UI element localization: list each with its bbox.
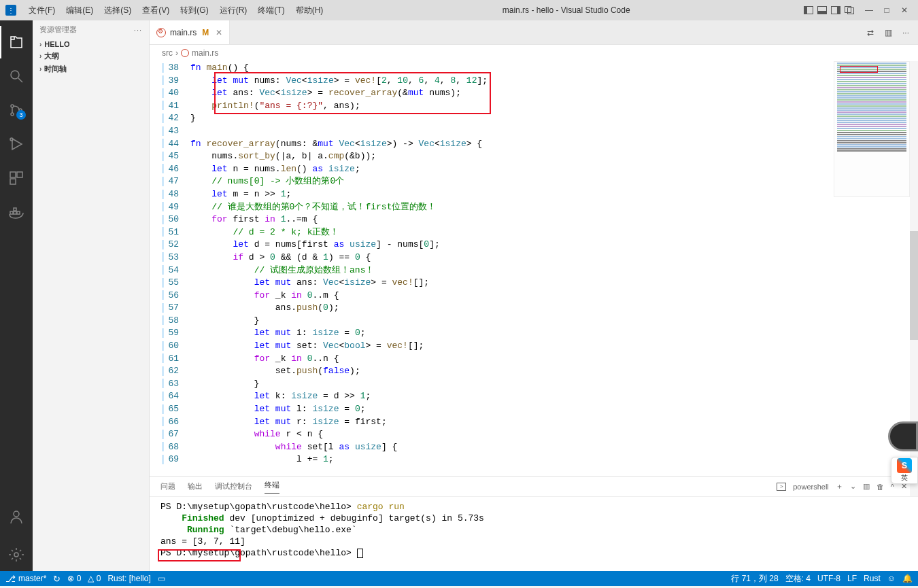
svg-rect-6: [17, 172, 22, 177]
code-editor[interactable]: 3839404142434445464748495051525354555657…: [150, 61, 918, 476]
ime-mode-label: 英: [901, 473, 908, 483]
split-terminal-icon[interactable]: ▥: [863, 482, 870, 491]
window-close-icon[interactable]: ✕: [896, 2, 913, 18]
menu-file[interactable]: 文件(F): [23, 2, 61, 19]
svg-rect-9: [14, 211, 16, 214]
status-select-icon[interactable]: ▭: [158, 574, 165, 583]
chevron-right-icon: ›: [39, 52, 41, 60]
compare-changes-icon[interactable]: ⇄: [865, 27, 876, 38]
status-encoding[interactable]: UTF-8: [817, 574, 840, 583]
svg-point-4: [10, 138, 13, 141]
svg-point-12: [14, 511, 19, 517]
status-warnings[interactable]: △ 0: [88, 574, 101, 583]
status-sync[interactable]: ↻: [53, 574, 61, 584]
menu-help[interactable]: 帮助(H): [290, 2, 329, 19]
breadcrumb-separator: ›: [175, 48, 178, 58]
status-language[interactable]: Rust: [864, 574, 881, 583]
tab-bar: main.rs M ✕ ⇄ ▥ ···: [150, 20, 918, 45]
status-rust-analyzer[interactable]: Rust: [hello]: [107, 574, 150, 583]
sidebar-more-icon[interactable]: ···: [134, 26, 142, 34]
scrollbar-thumb[interactable]: [910, 231, 918, 340]
panel-tab-problems[interactable]: 问题: [160, 481, 175, 491]
svg-rect-5: [10, 172, 16, 177]
code-content[interactable]: fn main() { let mut nums: Vec<isize> = v…: [190, 61, 918, 476]
tab-modified-indicator: M: [202, 28, 209, 37]
activity-bar: 3: [0, 20, 33, 571]
terminal-shell-label[interactable]: powershell: [793, 483, 829, 491]
tab-filename: main.rs: [170, 28, 197, 37]
git-branch-icon: ⎇: [5, 574, 16, 584]
status-errors[interactable]: ⊗ 0: [67, 574, 81, 583]
scm-badge: 3: [16, 110, 26, 120]
panel-tab-debug-console[interactable]: 调试控制台: [215, 481, 252, 491]
layout-bottom-icon[interactable]: [817, 6, 827, 14]
menu-edit[interactable]: 编辑(E): [61, 2, 99, 19]
menu-go[interactable]: 转到(G): [175, 2, 214, 19]
panel-tab-terminal[interactable]: 终端: [265, 480, 279, 494]
activity-search-icon[interactable]: [0, 60, 33, 92]
sidebar-header: 资源管理器 ···: [33, 20, 149, 39]
minimap[interactable]: [834, 61, 910, 197]
layout-left-icon[interactable]: [804, 6, 813, 14]
chevron-right-icon: ›: [39, 41, 41, 48]
menu-view[interactable]: 查看(V): [137, 2, 175, 19]
menu-run[interactable]: 运行(R): [214, 2, 253, 19]
activity-settings-icon[interactable]: [0, 538, 33, 571]
breadcrumb-item[interactable]: main.rs: [192, 48, 218, 58]
terminal-dropdown-icon[interactable]: ⌄: [850, 482, 856, 491]
activity-scm-icon[interactable]: 3: [0, 94, 33, 126]
sidebar-section-outline[interactable]: ›大纲: [33, 50, 149, 63]
new-terminal-icon[interactable]: ＋: [836, 481, 843, 491]
ime-indicator[interactable]: S 英: [891, 457, 918, 484]
activity-debug-icon[interactable]: [0, 128, 33, 160]
window-title: main.rs - hello - Visual Studio Code: [328, 5, 804, 15]
sidebar-section-hello[interactable]: ›HELLO: [33, 39, 149, 50]
window-minimize-icon[interactable]: —: [861, 2, 877, 18]
chevron-right-icon: ›: [39, 65, 41, 73]
panel-tab-output[interactable]: 输出: [188, 481, 203, 491]
svg-point-0: [11, 71, 19, 79]
editor-area: main.rs M ✕ ⇄ ▥ ··· src › main.rs 383940…: [150, 20, 918, 571]
status-bar: ⎇master* ↻ ⊗ 0 △ 0 Rust: [hello] ▭ 行 71，…: [0, 571, 918, 586]
activity-account-icon[interactable]: [0, 500, 33, 533]
panel-tabs: 问题 输出 调试控制台 终端 > powershell ＋ ⌄ ▥ 🗑 ^ ✕: [150, 477, 918, 497]
sidebar-section-timeline[interactable]: ›时间轴: [33, 63, 149, 75]
rust-file-icon: [181, 49, 189, 57]
activity-docker-icon[interactable]: [0, 196, 33, 228]
title-bar: 文件(F) 编辑(E) 选择(S) 查看(V) 转到(G) 运行(R) 终端(T…: [0, 0, 918, 20]
svg-rect-8: [10, 211, 13, 214]
line-gutter: 3839404142434445464748495051525354555657…: [150, 61, 190, 476]
bottom-panel: 问题 输出 调试控制台 终端 > powershell ＋ ⌄ ▥ 🗑 ^ ✕ …: [150, 476, 918, 571]
status-bell-icon[interactable]: 🔔: [902, 574, 913, 583]
status-branch[interactable]: ⎇master*: [5, 574, 46, 584]
tab-close-icon[interactable]: ✕: [216, 28, 222, 37]
window-maximize-icon[interactable]: □: [879, 2, 895, 18]
status-eol[interactable]: LF: [847, 574, 857, 583]
sogou-logo-icon: S: [897, 458, 912, 473]
layout-right-icon[interactable]: [831, 6, 840, 14]
terminal-content[interactable]: PS D:\mysetup\gopath\rustcode\hello> car…: [150, 497, 918, 571]
more-actions-icon[interactable]: ···: [900, 27, 911, 38]
menu-selection[interactable]: 选择(S): [99, 2, 137, 19]
svg-rect-7: [10, 179, 16, 184]
breadcrumb-item[interactable]: src: [162, 48, 173, 58]
svg-point-2: [11, 113, 14, 116]
menu-terminal[interactable]: 终端(T): [252, 2, 290, 19]
editor-tab-main-rs[interactable]: main.rs M ✕: [150, 20, 230, 44]
svg-rect-10: [17, 211, 20, 214]
sync-icon: ↻: [53, 574, 61, 584]
svg-rect-11: [14, 208, 16, 211]
layout-customize-icon[interactable]: [845, 6, 854, 14]
status-ln-col[interactable]: 行 71，列 28: [731, 573, 778, 585]
floating-badge-icon[interactable]: [888, 421, 918, 451]
status-spaces[interactable]: 空格: 4: [785, 573, 811, 585]
activity-explorer-icon[interactable]: [0, 26, 33, 58]
powershell-icon[interactable]: >: [777, 483, 786, 491]
activity-extensions-icon[interactable]: [0, 162, 33, 194]
vscode-logo-icon: [5, 5, 16, 16]
explorer-sidebar: 资源管理器 ··· ›HELLO ›大纲 ›时间轴: [33, 20, 150, 571]
split-editor-icon[interactable]: ▥: [883, 27, 894, 38]
breadcrumb[interactable]: src › main.rs: [150, 45, 918, 61]
status-feedback-icon[interactable]: ☺: [887, 574, 896, 583]
kill-terminal-icon[interactable]: 🗑: [877, 483, 884, 491]
